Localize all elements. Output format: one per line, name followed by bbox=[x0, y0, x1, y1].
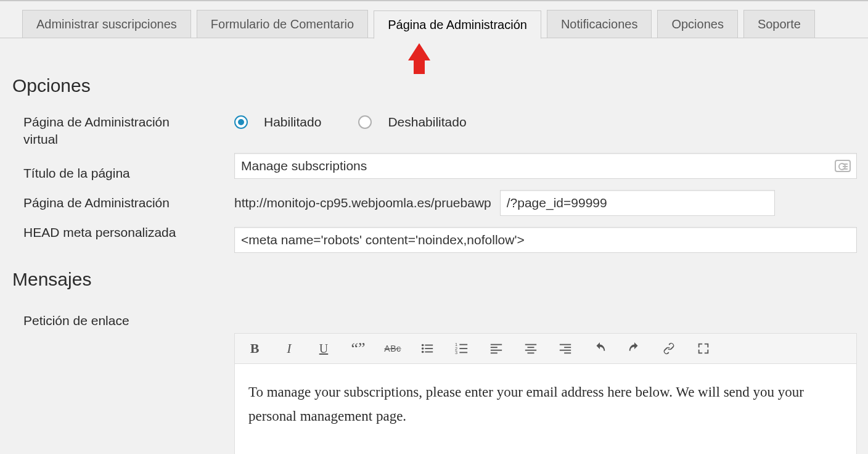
svg-rect-22 bbox=[560, 350, 571, 351]
label-admin-page: Página de Administración bbox=[12, 192, 234, 223]
blockquote-icon[interactable]: “” bbox=[350, 340, 367, 357]
tab-comment-form[interactable]: Formulario de Comentario bbox=[197, 10, 368, 38]
svg-rect-11 bbox=[459, 352, 467, 353]
tab-label: Opciones bbox=[671, 17, 724, 31]
svg-rect-13 bbox=[491, 347, 497, 348]
label-head-meta: HEAD meta personalizada bbox=[12, 223, 234, 252]
editor-content[interactable]: To manage your subscriptions, please ent… bbox=[235, 364, 856, 454]
contact-card-icon bbox=[835, 160, 851, 172]
svg-rect-17 bbox=[528, 347, 534, 348]
bullet-list-icon[interactable] bbox=[419, 340, 436, 357]
numbered-list-icon[interactable]: 123 bbox=[453, 340, 470, 357]
redo-icon[interactable] bbox=[626, 340, 643, 357]
svg-point-2 bbox=[422, 347, 424, 350]
editor-toolbar: B I U “” ABє 123 bbox=[235, 334, 856, 364]
label-virtual-admin-page: Página de Administración virtual bbox=[12, 114, 197, 161]
radio-disabled-label: Deshabilitado bbox=[388, 115, 466, 130]
svg-rect-16 bbox=[525, 344, 536, 345]
rich-text-editor: B I U “” ABє 123 To manage your subscrip… bbox=[234, 333, 857, 454]
svg-rect-15 bbox=[491, 352, 497, 353]
tab-label: Administrar suscripciones bbox=[36, 17, 177, 31]
undo-icon[interactable] bbox=[591, 340, 608, 357]
callout-arrow-wrap bbox=[0, 38, 868, 75]
tab-label: Formulario de Comentario bbox=[211, 17, 354, 31]
tab-manage-subscriptions[interactable]: Administrar suscripciones bbox=[22, 10, 191, 38]
strikethrough-icon[interactable]: ABє bbox=[384, 340, 401, 357]
tab-support[interactable]: Soporte bbox=[743, 10, 815, 38]
svg-point-4 bbox=[422, 351, 424, 353]
radio-disabled[interactable]: Deshabilitado bbox=[358, 115, 466, 130]
svg-rect-1 bbox=[425, 345, 433, 346]
tab-label: Notificaciones bbox=[561, 17, 638, 31]
settings-tabs: Administrar suscripciones Formulario de … bbox=[0, 1, 868, 38]
tab-admin-page[interactable]: Página de Administración bbox=[374, 10, 541, 39]
svg-rect-20 bbox=[560, 344, 571, 345]
radio-enabled-label: Habilitado bbox=[264, 115, 321, 130]
page-title-input[interactable] bbox=[234, 153, 857, 179]
tab-options[interactable]: Opciones bbox=[657, 10, 738, 38]
admin-page-path-input[interactable] bbox=[500, 190, 775, 216]
label-link-request: Petición de enlace bbox=[12, 307, 234, 334]
svg-rect-12 bbox=[491, 344, 502, 345]
svg-rect-7 bbox=[459, 344, 467, 345]
svg-rect-19 bbox=[528, 352, 534, 353]
svg-rect-5 bbox=[425, 352, 433, 353]
svg-rect-18 bbox=[525, 350, 536, 351]
fullscreen-icon[interactable] bbox=[695, 340, 712, 357]
left-label-column: Opciones Página de Administración virtua… bbox=[12, 75, 234, 454]
align-right-icon[interactable] bbox=[557, 340, 574, 357]
page-title-field-wrap bbox=[234, 153, 857, 179]
svg-text:3: 3 bbox=[455, 350, 457, 355]
label-page-title: Título de la página bbox=[12, 161, 234, 192]
head-meta-input[interactable] bbox=[234, 227, 857, 253]
bold-icon[interactable]: B bbox=[246, 340, 263, 357]
underline-icon[interactable]: U bbox=[315, 340, 332, 357]
link-icon[interactable] bbox=[660, 340, 678, 357]
radio-enabled-input[interactable] bbox=[234, 115, 248, 129]
admin-page-url-prefix: http://monitojo-cp95.webjoomla.es/prueba… bbox=[234, 196, 491, 210]
radio-disabled-input[interactable] bbox=[358, 115, 372, 129]
tab-label: Soporte bbox=[758, 17, 801, 31]
svg-rect-3 bbox=[425, 348, 433, 349]
virtual-page-radio-group: Habilitado Deshabilitado bbox=[234, 112, 868, 130]
svg-rect-14 bbox=[491, 350, 502, 351]
radio-enabled[interactable]: Habilitado bbox=[234, 115, 321, 130]
head-meta-row bbox=[234, 227, 868, 253]
svg-rect-23 bbox=[564, 352, 571, 353]
italic-icon[interactable]: I bbox=[280, 340, 298, 357]
admin-page-url-row: http://monitojo-cp95.webjoomla.es/prueba… bbox=[234, 190, 868, 216]
content-area: Opciones Página de Administración virtua… bbox=[0, 75, 868, 454]
align-center-icon[interactable] bbox=[522, 340, 539, 357]
section-title-options: Opciones bbox=[12, 75, 234, 96]
svg-point-0 bbox=[422, 344, 424, 347]
tab-notifications[interactable]: Notificaciones bbox=[547, 10, 652, 38]
align-left-icon[interactable] bbox=[488, 340, 505, 357]
right-input-column: Habilitado Deshabilitado http://monitojo… bbox=[234, 75, 868, 454]
svg-rect-9 bbox=[459, 348, 467, 349]
tab-label: Página de Administración bbox=[388, 18, 527, 31]
section-title-messages: Mensajes bbox=[12, 269, 234, 290]
svg-rect-21 bbox=[564, 347, 571, 348]
